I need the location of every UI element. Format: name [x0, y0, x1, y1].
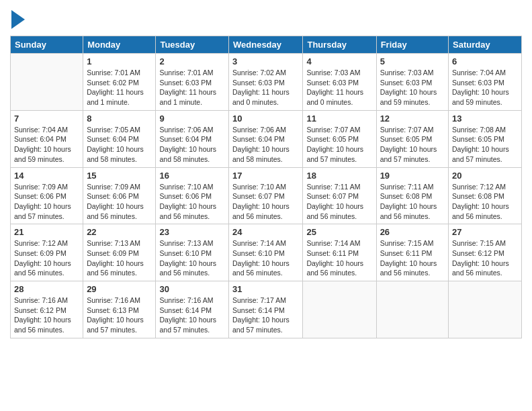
day-number: 28: [14, 284, 79, 294]
calendar-cell: 31Sunrise: 7:17 AM Sunset: 6:14 PM Dayli…: [229, 281, 303, 338]
day-info: Sunrise: 7:13 AM Sunset: 6:10 PM Dayligh…: [159, 238, 225, 278]
calendar-cell: [376, 281, 448, 338]
day-number: 22: [87, 227, 152, 237]
calendar-week-row: 7Sunrise: 7:04 AM Sunset: 6:04 PM Daylig…: [11, 110, 522, 167]
day-info: Sunrise: 7:02 AM Sunset: 6:03 PM Dayligh…: [232, 68, 299, 107]
day-number: 11: [306, 113, 372, 124]
day-info: Sunrise: 7:15 AM Sunset: 6:11 PM Dayligh…: [380, 238, 445, 278]
day-number: 27: [452, 227, 518, 237]
calendar-cell: 16Sunrise: 7:10 AM Sunset: 6:06 PM Dayli…: [156, 167, 229, 224]
day-number: 30: [159, 284, 225, 294]
calendar-header-sunday: Sunday: [11, 36, 83, 54]
day-number: 7: [14, 113, 79, 124]
logo-icon: [11, 10, 25, 29]
calendar-cell: 11Sunrise: 7:07 AM Sunset: 6:05 PM Dayli…: [303, 110, 376, 167]
calendar-cell: 7Sunrise: 7:04 AM Sunset: 6:04 PM Daylig…: [11, 110, 83, 167]
logo: [10, 10, 25, 29]
calendar-cell: 30Sunrise: 7:16 AM Sunset: 6:14 PM Dayli…: [156, 281, 229, 338]
calendar-header-monday: Monday: [83, 36, 156, 54]
calendar-cell: 22Sunrise: 7:13 AM Sunset: 6:09 PM Dayli…: [83, 224, 156, 281]
calendar-cell: [11, 54, 83, 111]
calendar-cell: 17Sunrise: 7:10 AM Sunset: 6:07 PM Dayli…: [229, 167, 303, 224]
day-number: 9: [159, 113, 225, 124]
calendar-cell: 29Sunrise: 7:16 AM Sunset: 6:13 PM Dayli…: [83, 281, 156, 338]
day-number: 4: [306, 56, 372, 66]
day-info: Sunrise: 7:16 AM Sunset: 6:14 PM Dayligh…: [159, 295, 225, 335]
calendar-cell: 3Sunrise: 7:02 AM Sunset: 6:03 PM Daylig…: [229, 54, 303, 111]
day-info: Sunrise: 7:11 AM Sunset: 6:07 PM Dayligh…: [306, 182, 372, 222]
day-number: 2: [159, 56, 225, 66]
calendar-header-tuesday: Tuesday: [156, 36, 229, 54]
day-info: Sunrise: 7:12 AM Sunset: 6:08 PM Dayligh…: [452, 182, 518, 222]
calendar-cell: 26Sunrise: 7:15 AM Sunset: 6:11 PM Dayli…: [376, 224, 448, 281]
calendar-header-thursday: Thursday: [303, 36, 376, 54]
calendar-week-row: 28Sunrise: 7:16 AM Sunset: 6:12 PM Dayli…: [11, 281, 522, 338]
calendar-cell: 5Sunrise: 7:03 AM Sunset: 6:03 PM Daylig…: [376, 54, 448, 111]
calendar-cell: 13Sunrise: 7:08 AM Sunset: 6:05 PM Dayli…: [449, 110, 522, 167]
day-number: 23: [159, 227, 225, 237]
calendar-cell: 15Sunrise: 7:09 AM Sunset: 6:06 PM Dayli…: [83, 167, 156, 224]
svg-marker-0: [11, 10, 25, 29]
day-number: 21: [14, 227, 79, 237]
day-number: 5: [380, 56, 445, 66]
calendar-cell: 25Sunrise: 7:14 AM Sunset: 6:11 PM Dayli…: [303, 224, 376, 281]
calendar-cell: 27Sunrise: 7:15 AM Sunset: 6:12 PM Dayli…: [449, 224, 522, 281]
calendar-cell: [449, 281, 522, 338]
day-info: Sunrise: 7:09 AM Sunset: 6:06 PM Dayligh…: [14, 182, 79, 222]
calendar-cell: 20Sunrise: 7:12 AM Sunset: 6:08 PM Dayli…: [449, 167, 522, 224]
calendar-cell: 23Sunrise: 7:13 AM Sunset: 6:10 PM Dayli…: [156, 224, 229, 281]
calendar-week-row: 1Sunrise: 7:01 AM Sunset: 6:02 PM Daylig…: [11, 54, 522, 111]
calendar-cell: 24Sunrise: 7:14 AM Sunset: 6:10 PM Dayli…: [229, 224, 303, 281]
calendar-cell: 21Sunrise: 7:12 AM Sunset: 6:09 PM Dayli…: [11, 224, 83, 281]
calendar-cell: 12Sunrise: 7:07 AM Sunset: 6:05 PM Dayli…: [376, 110, 448, 167]
day-info: Sunrise: 7:16 AM Sunset: 6:13 PM Dayligh…: [87, 295, 152, 335]
day-info: Sunrise: 7:08 AM Sunset: 6:05 PM Dayligh…: [452, 125, 518, 165]
calendar-header-friday: Friday: [376, 36, 448, 54]
day-info: Sunrise: 7:09 AM Sunset: 6:06 PM Dayligh…: [87, 182, 152, 222]
day-info: Sunrise: 7:11 AM Sunset: 6:08 PM Dayligh…: [380, 182, 445, 222]
calendar-header-saturday: Saturday: [449, 36, 522, 54]
calendar-cell: 9Sunrise: 7:06 AM Sunset: 6:04 PM Daylig…: [156, 110, 229, 167]
day-number: 24: [232, 227, 299, 237]
calendar-cell: 8Sunrise: 7:05 AM Sunset: 6:04 PM Daylig…: [83, 110, 156, 167]
day-info: Sunrise: 7:05 AM Sunset: 6:04 PM Dayligh…: [87, 125, 152, 165]
calendar-header-row: SundayMondayTuesdayWednesdayThursdayFrid…: [11, 36, 522, 54]
calendar-header-wednesday: Wednesday: [229, 36, 303, 54]
day-info: Sunrise: 7:03 AM Sunset: 6:03 PM Dayligh…: [380, 68, 445, 107]
day-info: Sunrise: 7:17 AM Sunset: 6:14 PM Dayligh…: [232, 295, 299, 335]
calendar-cell: 18Sunrise: 7:11 AM Sunset: 6:07 PM Dayli…: [303, 167, 376, 224]
day-info: Sunrise: 7:04 AM Sunset: 6:04 PM Dayligh…: [14, 125, 79, 165]
day-number: 12: [380, 113, 445, 124]
day-number: 17: [232, 171, 299, 181]
calendar-cell: 1Sunrise: 7:01 AM Sunset: 6:02 PM Daylig…: [83, 54, 156, 111]
day-number: 1: [87, 56, 152, 66]
day-info: Sunrise: 7:01 AM Sunset: 6:02 PM Dayligh…: [87, 68, 152, 107]
calendar-week-row: 14Sunrise: 7:09 AM Sunset: 6:06 PM Dayli…: [11, 167, 522, 224]
day-info: Sunrise: 7:10 AM Sunset: 6:07 PM Dayligh…: [232, 182, 299, 222]
day-number: 3: [232, 56, 299, 66]
page-header: [10, 10, 522, 29]
calendar-week-row: 21Sunrise: 7:12 AM Sunset: 6:09 PM Dayli…: [11, 224, 522, 281]
day-number: 20: [452, 171, 518, 181]
day-number: 29: [87, 284, 152, 294]
day-number: 14: [14, 171, 79, 181]
day-number: 15: [87, 171, 152, 181]
day-number: 8: [87, 113, 152, 124]
day-info: Sunrise: 7:03 AM Sunset: 6:03 PM Dayligh…: [306, 68, 372, 107]
day-number: 18: [306, 171, 372, 181]
page-container: SundayMondayTuesdayWednesdayThursdayFrid…: [0, 0, 532, 411]
day-number: 6: [452, 56, 518, 66]
day-number: 19: [380, 171, 445, 181]
day-number: 26: [380, 227, 445, 237]
calendar-cell: 4Sunrise: 7:03 AM Sunset: 6:03 PM Daylig…: [303, 54, 376, 111]
day-info: Sunrise: 7:14 AM Sunset: 6:11 PM Dayligh…: [306, 238, 372, 278]
calendar-cell: 6Sunrise: 7:04 AM Sunset: 6:03 PM Daylig…: [449, 54, 522, 111]
day-info: Sunrise: 7:01 AM Sunset: 6:03 PM Dayligh…: [159, 68, 225, 107]
day-number: 10: [232, 113, 299, 124]
calendar-cell: 19Sunrise: 7:11 AM Sunset: 6:08 PM Dayli…: [376, 167, 448, 224]
day-info: Sunrise: 7:07 AM Sunset: 6:05 PM Dayligh…: [306, 125, 372, 165]
day-info: Sunrise: 7:06 AM Sunset: 6:04 PM Dayligh…: [232, 125, 299, 165]
day-number: 25: [306, 227, 372, 237]
calendar-cell: 2Sunrise: 7:01 AM Sunset: 6:03 PM Daylig…: [156, 54, 229, 111]
day-info: Sunrise: 7:06 AM Sunset: 6:04 PM Dayligh…: [159, 125, 225, 165]
